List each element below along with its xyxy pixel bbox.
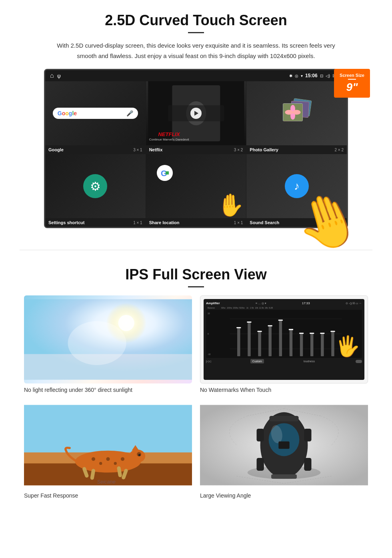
svg-rect-30 [258,331,262,332]
gallery-img-3 [283,103,303,121]
amp-prev-icon: |◁◁ [206,360,211,363]
status-left: ⌂ ψ [50,72,61,79]
google-label: Google [48,147,64,152]
car-svg [200,401,368,489]
sunlight-card: No light reflecting under 360° direct su… [24,295,192,393]
amp-bottom: |◁◁ Custom loudness [206,359,362,363]
svg-rect-32 [268,325,272,327]
app-grid-bottom: ⚙ G 🤚 ♪ [45,154,347,218]
gallery-app-cell[interactable] [246,81,347,145]
svg-rect-27 [248,323,250,356]
section-ips: IPS Full Screen View [0,262,392,511]
svg-point-57 [138,454,140,456]
car-caption: Large Viewing Angle [200,492,368,499]
play-button[interactable] [190,108,202,119]
svg-rect-39 [310,334,313,356]
amp-toggle[interactable] [356,360,362,363]
badge-underline [348,79,356,80]
svg-rect-35 [290,330,292,356]
section2-title: IPS Full Screen View [24,266,368,283]
svg-point-54 [129,450,145,463]
svg-rect-29 [258,332,261,356]
svg-rect-38 [299,333,304,334]
amp-screen: Amplifier ≡ … ◎ ▾ 17:33 ⊙ ◁) ☒ ▭ ← Balan… [204,299,364,380]
svg-rect-28 [247,321,252,323]
app-grid-top: Google 🎤 [45,81,347,145]
amp-custom-label: Custom [250,359,264,363]
status-bar: ⌂ ψ ✱ ◎ ▾ 15:06 ⊡ ◁) ☒ ▭ [45,70,347,81]
amp-title: Amplifier [206,301,220,305]
share-size: 1 × 1 [234,221,243,225]
amp-loudness-label: loudness [304,360,315,363]
svg-rect-16 [166,171,169,175]
settings-icon-bg: ⚙ [83,174,107,198]
svg-rect-72 [269,416,298,422]
app-label-row-top: Google 3 × 1 Netflix 3 × 2 Photo Gallery… [45,145,347,154]
google-search-bar[interactable]: Google 🎤 [53,108,138,119]
home-icon[interactable]: ⌂ [50,72,54,79]
svg-point-50 [99,462,102,465]
device-frame: ⌂ ψ ✱ ◎ ▾ 15:06 ⊡ ◁) ☒ ▭ [44,69,348,228]
sunlight-image [24,295,192,383]
location-icon: ◎ [295,74,298,78]
svg-rect-69 [304,429,311,442]
netflix-logo: NETFLIX [149,131,189,137]
svg-point-53 [121,457,124,461]
cheetah-card: Seicane Super Fast Response [24,401,192,499]
settings-gear-icon: ⚙ [90,179,101,193]
svg-rect-40 [310,333,314,334]
badge-size: 9" [339,81,365,94]
google-app-cell[interactable]: Google 🎤 [45,81,146,145]
amplifier-image: Amplifier ≡ … ◎ ▾ 17:33 ⊙ ◁) ☒ ▭ ← Balan… [200,295,368,383]
touch-hand-amp-icon: 🖐 [335,335,360,358]
svg-point-21 [68,321,126,365]
music-note-icon: ♪ [294,180,300,193]
svg-rect-33 [279,321,282,356]
title-underline-2 [188,286,204,287]
amp-time: 17:33 [302,301,310,305]
svg-rect-71 [304,458,311,471]
amplifier-card: Amplifier ≡ … ◎ ▾ 17:33 ⊙ ◁) ☒ ▭ ← Balan… [200,295,368,393]
svg-point-51 [106,457,110,461]
svg-rect-41 [321,334,324,356]
cheetah-image: Seicane [24,401,192,489]
app-label-row-bottom: Settings shortcut 1 × 1 Share location 1… [45,218,347,227]
share-app-cell[interactable]: G 🤚 [146,154,246,218]
netflix-app-cell[interactable]: NETFLIX Continue Marvel's Daredevil [146,81,246,145]
svg-rect-36 [289,329,293,330]
section-curved-touch: 2.5D Curved Touch Screen With 2.5D curve… [0,0,392,238]
svg-rect-45 [24,405,192,456]
svg-rect-31 [269,326,272,356]
svg-rect-70 [257,458,264,471]
sound-label-cell: Sound Search 1 × 1 [246,218,347,227]
music-icon-bg: ♪ [285,174,309,198]
mic-icon[interactable]: 🎤 [126,110,133,116]
amplifier-caption: No Watermarks When Touch [200,387,368,393]
section1-title: 2.5D Curved Touch Screen [24,12,368,29]
image-grid: No light reflecting under 360° direct su… [24,295,368,499]
sound-app-cell[interactable]: ♪ [246,154,347,218]
share-label: Share location [149,220,180,225]
netflix-subtitle: Continue Marvel's Daredevil [149,138,189,141]
gallery-size: 2 × 2 [334,148,344,152]
settings-app-cell[interactable]: ⚙ [45,154,146,218]
sunlight-caption: No light reflecting under 360° direct su… [24,387,192,393]
camera-icon: ⊡ [320,74,323,78]
settings-label-cell: Settings shortcut 1 × 1 [45,218,146,227]
netflix-label: Netflix [149,147,163,152]
section-divider [20,250,372,250]
eq-y-labels: 10 0 -10 [208,311,210,356]
car-card: Large Viewing Angle [200,401,368,499]
sky-background [24,295,192,383]
svg-point-52 [114,462,117,465]
svg-rect-44 [331,331,335,332]
cheetah-svg: Seicane [24,401,192,489]
svg-rect-73 [271,474,297,479]
gallery-label-cell: Photo Gallery 2 × 2 [246,145,347,154]
svg-point-12 [285,110,293,115]
svg-rect-25 [237,328,240,356]
badge-label: Screen Size [339,73,365,78]
device-frame-wrapper: ⌂ ψ ✱ ◎ ▾ 15:06 ⊡ ◁) ☒ ▭ [44,69,348,228]
play-triangle [194,111,198,116]
share-label-cell: Share location 1 × 1 [146,218,246,227]
